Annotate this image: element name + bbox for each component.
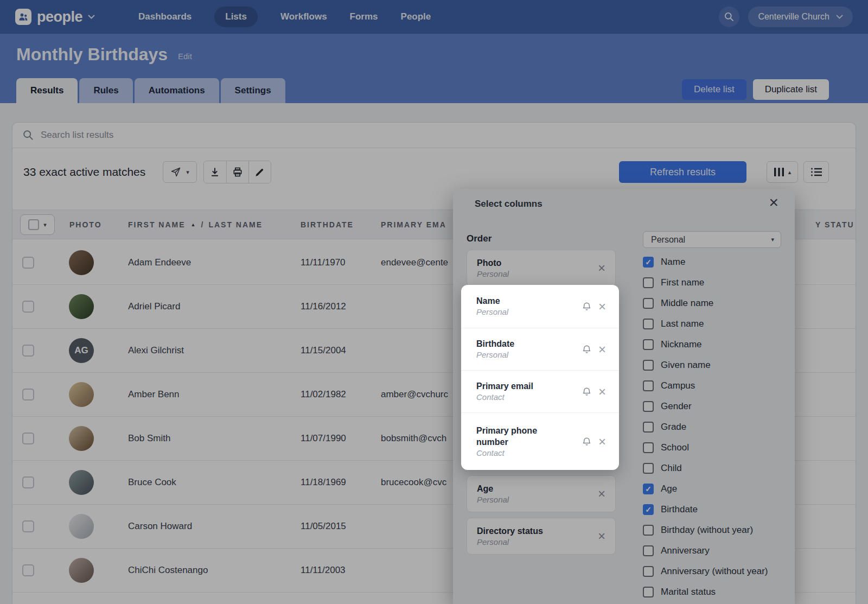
order-item-label: Primary phone number — [476, 425, 569, 448]
bell-icon[interactable] — [582, 344, 592, 354]
order-item-birthdate[interactable]: Birthdate Personal × — [461, 328, 619, 371]
bell-icon[interactable] — [582, 301, 592, 311]
dim-overlay — [0, 0, 868, 604]
remove-column-icon[interactable]: × — [598, 343, 606, 356]
bell-icon[interactable] — [582, 386, 592, 397]
order-item-category: Personal — [476, 349, 514, 360]
order-item-label: Birthdate — [476, 338, 514, 349]
order-item-category: Contact — [476, 392, 533, 403]
order-item-category: Personal — [476, 307, 508, 317]
order-item-label: Primary email — [476, 380, 533, 392]
spotlight-column-items: Name Personal × Birthdate Personal × Pri… — [461, 285, 619, 470]
order-item-label: Name — [476, 295, 508, 307]
order-item-category: Contact — [476, 448, 569, 459]
order-item-primary-phone-number[interactable]: Primary phone number Contact × — [461, 413, 619, 470]
bell-icon[interactable] — [582, 436, 592, 447]
remove-column-icon[interactable]: × — [598, 300, 606, 313]
order-item-name[interactable]: Name Personal × — [461, 285, 619, 328]
remove-column-icon[interactable]: × — [598, 435, 606, 448]
order-item-primary-email[interactable]: Primary email Contact × — [461, 371, 619, 413]
remove-column-icon[interactable]: × — [598, 385, 606, 398]
